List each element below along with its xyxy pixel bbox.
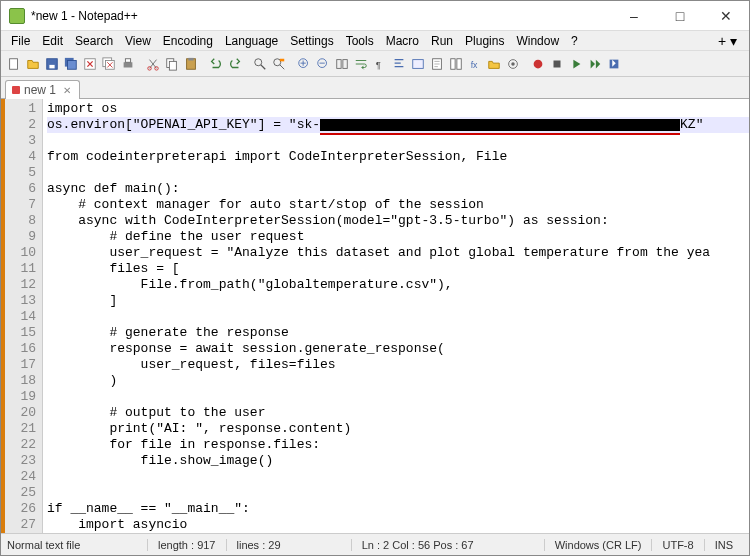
code-line[interactable]: os.environ["OPENAI_API_KEY"] = "sk-KZ" [47,117,749,133]
menu-plugins[interactable]: Plugins [459,33,510,49]
close-all-icon[interactable] [100,55,118,73]
menu-tools[interactable]: Tools [340,33,380,49]
code-line[interactable]: async def main(): [47,181,749,197]
close-file-icon[interactable] [81,55,99,73]
tabbar: new 1 ✕ [1,77,749,99]
code-line[interactable] [47,485,749,501]
find-icon[interactable] [251,55,269,73]
menu-language[interactable]: Language [219,33,284,49]
code-line[interactable]: user_request = "Analyze this dataset and… [47,245,749,261]
status-mode[interactable]: INS [704,539,743,551]
code-line[interactable]: for file in response.files: [47,437,749,453]
window-title: *new 1 - Notepad++ [31,9,611,23]
play-macro-icon[interactable] [567,55,585,73]
menu-search[interactable]: Search [69,33,119,49]
zoom-out-icon[interactable] [314,55,332,73]
editor[interactable]: 1234567891011121314151617181920212223242… [1,99,749,533]
line-number: 26 [5,501,36,517]
monitor-icon[interactable] [504,55,522,73]
doc-list-icon[interactable] [447,55,465,73]
code-line[interactable]: ] [47,293,749,309]
minimize-button[interactable]: – [611,1,657,30]
code-area[interactable]: import osos.environ["OPENAI_API_KEY"] = … [43,99,749,533]
code-line[interactable]: from codeinterpreterapi import CodeInter… [47,149,749,165]
code-line[interactable]: # output to the user [47,405,749,421]
maximize-button[interactable]: □ [657,1,703,30]
tab-close-icon[interactable]: ✕ [63,85,71,96]
code-line[interactable]: if __name__ == "__main__": [47,501,749,517]
save-icon[interactable] [43,55,61,73]
save-macro-icon[interactable] [605,55,623,73]
menu-settings[interactable]: Settings [284,33,339,49]
status-encoding[interactable]: UTF-8 [651,539,703,551]
code-line[interactable]: # generate the response [47,325,749,341]
open-file-icon[interactable] [24,55,42,73]
code-line[interactable]: files = [ [47,261,749,277]
zoom-in-icon[interactable] [295,55,313,73]
doc-map-icon[interactable] [428,55,446,73]
close-button[interactable]: ✕ [703,1,749,30]
function-list-icon[interactable]: fx [466,55,484,73]
code-line[interactable]: response = await session.generate_respon… [47,341,749,357]
svg-rect-9 [125,58,130,62]
code-line[interactable]: print("AI: ", response.content) [47,421,749,437]
code-line[interactable] [47,133,749,149]
save-all-icon[interactable] [62,55,80,73]
svg-text:fx: fx [471,59,478,69]
menu-edit[interactable]: Edit [36,33,69,49]
code-line[interactable] [47,389,749,405]
status-eol[interactable]: Windows (CR LF) [544,539,652,551]
redo-icon[interactable] [226,55,244,73]
paste-icon[interactable] [182,55,200,73]
line-number: 8 [5,213,36,229]
tab-new1[interactable]: new 1 ✕ [5,80,80,99]
indent-guide-icon[interactable] [390,55,408,73]
redacted-api-key [320,119,680,131]
show-all-chars-icon[interactable]: ¶ [371,55,389,73]
user-lang-icon[interactable] [409,55,427,73]
code-line[interactable]: async with CodeInterpreterSession(model=… [47,213,749,229]
menu-encoding[interactable]: Encoding [157,33,219,49]
menu-macro[interactable]: Macro [380,33,425,49]
menu-help[interactable]: ? [565,33,584,49]
record-macro-icon[interactable] [529,55,547,73]
svg-rect-15 [188,57,193,60]
code-line[interactable]: ) [47,373,749,389]
svg-rect-13 [169,61,176,70]
print-icon[interactable] [119,55,137,73]
code-line[interactable]: user_request, files=files [47,357,749,373]
code-line[interactable]: File.from_path("globaltemperature.csv"), [47,277,749,293]
stop-macro-icon[interactable] [548,55,566,73]
cut-icon[interactable] [144,55,162,73]
menu-run[interactable]: Run [425,33,459,49]
code-line[interactable]: # define the user request [47,229,749,245]
menu-window[interactable]: Window [510,33,565,49]
new-file-icon[interactable] [5,55,23,73]
undo-icon[interactable] [207,55,225,73]
menu-overflow[interactable]: + ▾ [710,33,745,49]
code-line[interactable] [47,309,749,325]
line-number: 7 [5,197,36,213]
status-position: Ln : 2 Col : 56 Pos : 67 [351,539,484,551]
code-line[interactable]: import asyncio [47,517,749,533]
copy-icon[interactable] [163,55,181,73]
svg-point-31 [534,59,543,68]
word-wrap-icon[interactable] [352,55,370,73]
code-line[interactable]: import os [47,101,749,117]
menu-view[interactable]: View [119,33,157,49]
svg-rect-0 [10,58,18,69]
replace-icon[interactable] [270,55,288,73]
line-number: 25 [5,485,36,501]
code-line[interactable]: # context manager for auto start/stop of… [47,197,749,213]
svg-rect-27 [457,58,461,69]
code-line[interactable] [47,165,749,181]
folder-view-icon[interactable] [485,55,503,73]
code-line[interactable] [47,469,749,485]
svg-rect-18 [280,58,284,61]
line-number: 12 [5,277,36,293]
status-filetype: Normal text file [7,539,147,551]
sync-scroll-icon[interactable] [333,55,351,73]
menu-file[interactable]: File [5,33,36,49]
code-line[interactable]: file.show_image() [47,453,749,469]
play-multi-icon[interactable] [586,55,604,73]
